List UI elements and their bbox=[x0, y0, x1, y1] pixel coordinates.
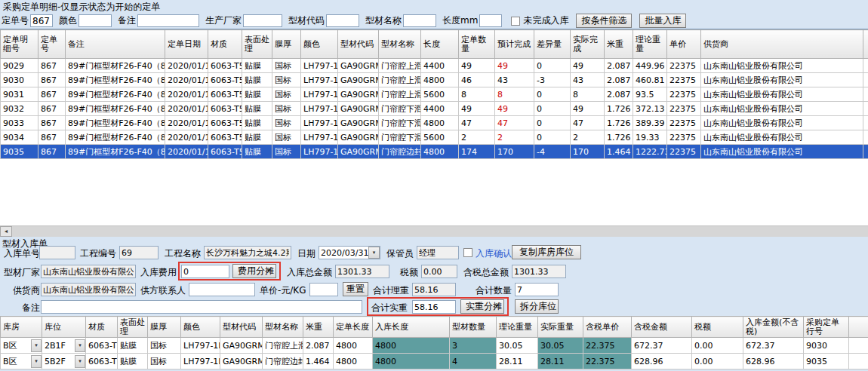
cell: 43 bbox=[571, 73, 605, 87]
table-row[interactable]: 903086789#门框型材F26-F40（866+867）2020/01/13… bbox=[1, 73, 868, 87]
table-row[interactable]: 903286789#门框型材F26-F40（866+867）2020/01/13… bbox=[1, 102, 868, 116]
split-location-button[interactable]: 拆分库位 bbox=[515, 299, 559, 314]
dropdown-icon[interactable]: ▾ bbox=[75, 339, 85, 352]
column-header[interactable]: 入库长度 bbox=[373, 317, 450, 338]
column-header[interactable]: 单价 bbox=[667, 30, 701, 59]
manufacturer-input[interactable] bbox=[243, 14, 282, 27]
order-no-input[interactable] bbox=[30, 14, 53, 27]
profile-name-input[interactable] bbox=[403, 14, 436, 27]
scroll-left-icon[interactable]: ◂ bbox=[0, 226, 12, 237]
cell[interactable]: 2B1F▾ bbox=[42, 338, 86, 354]
table-row[interactable]: B区▾2B1F▾6063-T5贴膜国标LH797-1LL0GA90GRM03门帘… bbox=[1, 338, 868, 354]
column-header[interactable]: 库位 bbox=[42, 317, 86, 338]
inbound-remark-field[interactable] bbox=[41, 300, 362, 314]
column-header[interactable]: 入库金额(不含税) bbox=[743, 317, 804, 338]
remark-input[interactable] bbox=[137, 14, 199, 27]
cell: 2.087 bbox=[605, 73, 633, 87]
column-header[interactable]: 定单明细号 bbox=[1, 30, 38, 59]
unit-price-field[interactable] bbox=[309, 283, 338, 296]
column-header[interactable]: 表面处理 bbox=[118, 317, 148, 338]
dropdown-icon[interactable]: ▾ bbox=[31, 355, 42, 368]
cell: GA90GRM04 bbox=[338, 116, 379, 130]
supplier-field[interactable] bbox=[41, 283, 136, 296]
column-header[interactable]: 型材代码 bbox=[220, 317, 263, 338]
column-header[interactable]: 供货商 bbox=[701, 30, 863, 59]
table-row[interactable]: 903586789#门框型材F26-F40（866+867）2020/01/13… bbox=[1, 145, 868, 159]
column-header[interactable]: 含税单价 bbox=[583, 317, 632, 338]
column-header[interactable]: 定单长度 bbox=[334, 317, 373, 338]
table-row[interactable]: 903486789#门框型材F26-F40（866+867）2020/01/13… bbox=[1, 130, 868, 145]
column-header[interactable]: 表面处理 bbox=[242, 30, 272, 59]
column-header[interactable]: 米重 bbox=[605, 30, 633, 59]
column-header[interactable]: 理论重量 bbox=[497, 317, 538, 338]
remark-field-label: 备注 bbox=[22, 301, 40, 314]
cell: GA90GRM03 bbox=[338, 87, 379, 102]
factory-field[interactable] bbox=[41, 265, 136, 278]
column-header[interactable]: 米重 bbox=[303, 317, 334, 338]
column-header[interactable]: 实际重量 bbox=[538, 317, 583, 338]
column-header[interactable]: 膜厚 bbox=[148, 317, 181, 338]
column-header[interactable]: 备注 bbox=[66, 30, 165, 59]
column-header[interactable]: 采购定单行号 bbox=[804, 317, 849, 338]
cell[interactable]: B区▾ bbox=[1, 338, 42, 354]
project-name-field[interactable] bbox=[204, 246, 291, 259]
profile-code-input[interactable] bbox=[326, 14, 359, 27]
copy-location-button[interactable]: 复制库房库位 bbox=[512, 245, 581, 259]
keeper-field[interactable] bbox=[417, 246, 459, 259]
cell: 2020/01/13 bbox=[165, 116, 208, 130]
cell: 867 bbox=[38, 130, 66, 145]
table-row[interactable]: B区▾5B2F▾6063-T5贴膜国标LH797-1LL0GA90GRM05门帘… bbox=[1, 354, 868, 369]
color-input[interactable] bbox=[78, 14, 112, 27]
column-header[interactable]: 材质 bbox=[86, 317, 118, 338]
column-header[interactable]: 含税金额 bbox=[632, 317, 692, 338]
batch-inbound-button[interactable]: 批量入库 bbox=[639, 14, 686, 28]
total-qty-field[interactable] bbox=[515, 283, 559, 296]
column-header[interactable]: 税额 bbox=[692, 317, 743, 338]
column-header[interactable]: 理论重量 bbox=[633, 30, 667, 59]
column-header[interactable]: 库房 bbox=[1, 317, 42, 338]
dropdown-icon[interactable]: ▾ bbox=[75, 355, 85, 368]
column-header[interactable]: 差异量 bbox=[534, 30, 571, 59]
column-header[interactable]: 材质 bbox=[208, 30, 242, 59]
table-row[interactable]: 903186789#门框型材F26-F40（866+867）2020/01/13… bbox=[1, 87, 868, 102]
column-header[interactable]: 型材名称 bbox=[379, 30, 421, 59]
fee-share-button[interactable]: 费用分摊 bbox=[232, 264, 276, 278]
column-header[interactable]: 实际完成 bbox=[571, 30, 605, 59]
total-amount-field[interactable] bbox=[335, 265, 389, 278]
project-no-field[interactable] bbox=[119, 246, 159, 259]
contact-field[interactable] bbox=[189, 283, 255, 296]
cell: 国标 bbox=[148, 338, 181, 354]
column-header[interactable]: 颜色 bbox=[181, 317, 220, 338]
cell[interactable]: 5B2F▾ bbox=[42, 354, 86, 369]
reset-button[interactable]: 重置 bbox=[343, 282, 368, 296]
calendar-dropdown-icon[interactable]: ▾ bbox=[368, 247, 380, 259]
cell[interactable]: B区▾ bbox=[1, 354, 42, 369]
column-header[interactable]: 颜色 bbox=[301, 30, 338, 59]
filter-by-condition-button[interactable]: 按条件筛选 bbox=[576, 14, 632, 28]
column-header[interactable]: 定单日期 bbox=[165, 30, 208, 59]
column-header[interactable]: 型材名称 bbox=[263, 317, 303, 338]
theory-weight-total-field[interactable] bbox=[412, 283, 456, 296]
horizontal-scrollbar[interactable]: ◂ bbox=[0, 225, 868, 237]
tax-total-field[interactable] bbox=[512, 265, 566, 278]
table-row[interactable]: 902986789#门框型材F26-F40（866+867）2020/01/13… bbox=[1, 59, 868, 73]
dropdown-icon[interactable]: ▾ bbox=[31, 339, 42, 352]
column-header[interactable]: 膜厚 bbox=[272, 30, 301, 59]
weight-share-button[interactable]: 实重分摊 bbox=[460, 299, 504, 314]
column-header[interactable]: 长度 bbox=[421, 30, 459, 59]
actual-weight-total-field[interactable] bbox=[412, 300, 456, 314]
inbound-fee-field[interactable] bbox=[181, 265, 229, 278]
unfinished-inbound-checkbox[interactable] bbox=[511, 17, 520, 26]
column-header[interactable]: 预计完成 bbox=[495, 30, 534, 59]
column-header[interactable]: 型材数量 bbox=[450, 317, 497, 338]
length-input[interactable] bbox=[479, 14, 502, 27]
inbound-confirm-checkbox[interactable] bbox=[463, 248, 472, 257]
inbound-no-field[interactable] bbox=[39, 246, 75, 259]
tax-field[interactable] bbox=[421, 265, 457, 278]
column-header[interactable]: 定单号 bbox=[38, 30, 66, 59]
column-header[interactable]: 型材代码 bbox=[338, 30, 379, 59]
cell: 9030 bbox=[1, 73, 38, 87]
column-header[interactable]: 定单数量 bbox=[459, 30, 495, 59]
table-row[interactable]: 903386789#门框型材F26-F40（866+867）2020/01/13… bbox=[1, 116, 868, 130]
inbound-table: 库房库位材质表面处理膜厚颜色型材代码型材名称米重定单长度入库长度型材数量理论重量… bbox=[0, 316, 868, 369]
